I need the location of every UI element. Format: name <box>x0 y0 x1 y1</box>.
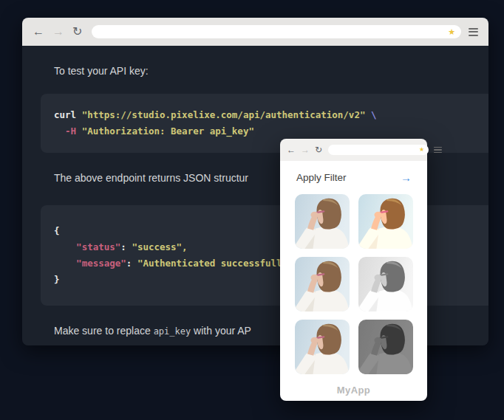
filter-thumb-original-1[interactable] <box>295 194 350 249</box>
code-token <box>54 125 65 137</box>
main-browser-toolbar: ← → ↻ ★ <box>22 18 488 46</box>
filter-thumb-original-2[interactable] <box>295 257 350 311</box>
bookmark-star-icon[interactable]: ★ <box>419 147 424 153</box>
filter-thumb-grayscale-dark[interactable] <box>358 320 413 374</box>
app-brand-label: MyApp <box>280 385 427 396</box>
portrait-photo <box>295 194 350 249</box>
code-token <box>54 258 76 269</box>
code-token <box>365 109 371 120</box>
refresh-icon[interactable]: ↻ <box>72 26 82 38</box>
refresh-icon[interactable]: ↻ <box>315 145 322 154</box>
filter-header: Apply Filter → <box>280 161 427 190</box>
address-bar[interactable]: ★ <box>92 25 461 38</box>
address-bar[interactable]: ★ <box>328 145 429 155</box>
code-token <box>76 125 82 137</box>
para-intro: To test your API key: <box>54 65 488 78</box>
portrait-photo <box>295 320 350 374</box>
menu-icon[interactable] <box>434 147 442 154</box>
filter-thumb-warm[interactable] <box>358 194 413 249</box>
apply-filter-label: Apply Filter <box>296 172 347 183</box>
back-icon[interactable]: ← <box>33 26 44 38</box>
portrait-photo <box>358 194 413 249</box>
url-input[interactable] <box>333 146 419 154</box>
portrait-photo <box>295 257 350 311</box>
code-token: "success", <box>132 241 187 252</box>
code-token: { <box>54 225 60 236</box>
popup-browser-window: ← → ↻ ★ Apply Filter → <box>280 139 427 401</box>
code-token: : <box>120 241 132 252</box>
code-token: "https://studio.pixelixe.com/api/authent… <box>82 109 366 120</box>
code-line: curl "https://studio.pixelixe.com/api/au… <box>54 107 475 123</box>
code-token: "message" <box>76 258 126 269</box>
code-token: "status" <box>76 241 120 252</box>
filter-thumb-grayscale-light[interactable] <box>358 257 413 311</box>
portrait-photo <box>358 320 413 374</box>
bookmark-star-icon[interactable]: ★ <box>448 28 455 36</box>
forward-icon[interactable]: → <box>301 145 310 154</box>
apply-arrow-icon[interactable]: → <box>401 172 412 183</box>
para-replace-text: Make sure to replace <box>54 325 154 337</box>
portrait-photo <box>358 257 413 311</box>
filter-thumbnail-grid <box>280 194 427 374</box>
forward-icon[interactable]: → <box>52 26 64 38</box>
code-token <box>54 241 76 252</box>
code-token: \ <box>371 109 377 120</box>
menu-icon[interactable] <box>469 28 478 36</box>
code-token: -H <box>65 125 76 137</box>
filter-thumb-original-3[interactable] <box>295 320 350 374</box>
url-input[interactable] <box>98 27 448 36</box>
para-replace-text: with your AP <box>191 325 251 337</box>
code-token: } <box>54 274 60 285</box>
code-token: "Authorization: Bearer api_key" <box>82 125 254 137</box>
inline-code-api-key: api_key <box>154 326 191 337</box>
code-line: -H "Authorization: Bearer api_key" <box>54 123 475 140</box>
popup-browser-toolbar: ← → ↻ ★ <box>280 139 427 161</box>
back-icon[interactable]: ← <box>287 145 296 154</box>
code-token: : <box>126 258 137 269</box>
code-token: curl <box>54 109 82 120</box>
code-token: "Authenticated successfull <box>137 258 282 269</box>
filter-app-page: Apply Filter → MyApp <box>280 161 427 401</box>
